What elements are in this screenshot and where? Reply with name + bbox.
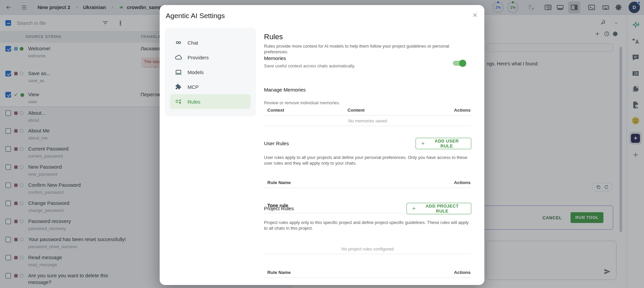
- memories-toggle[interactable]: [453, 61, 466, 66]
- memories-empty-state: No memories saved: [264, 116, 471, 126]
- nav-label: Rules: [187, 99, 200, 105]
- add-user-rule-button[interactable]: + ADD USER RULE: [416, 138, 471, 149]
- laptop-icon: [175, 68, 182, 76]
- memories-heading: Memories: [264, 55, 471, 61]
- project-rules-empty-state: No project rules configured: [264, 244, 471, 254]
- column-content: Content: [347, 108, 365, 113]
- memories-description: Save useful context across chats automat…: [264, 63, 471, 68]
- plus-icon: +: [421, 140, 425, 147]
- close-icon[interactable]: ×: [470, 10, 480, 20]
- user-rules-description: User rules apply to all your projects an…: [264, 155, 471, 166]
- nav-label: Providers: [187, 55, 209, 60]
- column-actions: Actions: [454, 270, 471, 275]
- cloud-icon: [175, 54, 182, 61]
- column-context: Context: [267, 108, 284, 113]
- modal-nav-item-providers[interactable]: Providers: [170, 50, 251, 65]
- toggle-knob: [459, 60, 466, 67]
- checklist-icon: [175, 98, 182, 105]
- rules-description: Rules provide more context for AI models…: [264, 43, 471, 55]
- puzzle-icon: [175, 83, 182, 91]
- column-rule-name: Rule Name: [267, 270, 291, 275]
- agentic-ai-settings-modal: Agentic AI Settings × ChatProvidersModel…: [160, 5, 484, 285]
- memories-table-header: Context Content Actions: [264, 106, 471, 116]
- user-rules-table-header: Rule Name Actions: [264, 179, 471, 188]
- modal-nav-item-mcp[interactable]: MCP: [170, 79, 251, 94]
- modal-sidebar: ChatProvidersModelsMCPRules: [165, 28, 256, 116]
- rules-heading: Rules: [264, 33, 471, 41]
- plus-icon: +: [412, 205, 416, 212]
- modal-title: Agentic AI Settings: [166, 12, 225, 20]
- column-actions: Actions: [454, 108, 471, 113]
- modal-nav-item-models[interactable]: Models: [170, 65, 251, 79]
- nav-label: MCP: [187, 84, 199, 90]
- column-actions: Actions: [454, 180, 471, 185]
- column-rule-name: Rule Name: [267, 180, 291, 185]
- rules-content: Rules Rules provide more context for AI …: [264, 5, 471, 285]
- nav-label: Chat: [187, 40, 198, 46]
- modal-nav-item-chat[interactable]: Chat: [170, 35, 251, 50]
- add-project-rule-button[interactable]: + ADD PROJECT RULE: [407, 203, 471, 214]
- nav-label: Models: [187, 69, 204, 75]
- project-rules-table-header: Rule Name Actions: [264, 269, 471, 278]
- project-rules-description: Project rules apply only to this specifi…: [264, 220, 471, 231]
- chat-loop-icon: [175, 39, 182, 46]
- manage-memories-heading: Manage Memories: [264, 87, 471, 93]
- manage-memories-description: Review or remove individual memories.: [264, 100, 471, 105]
- modal-nav-item-rules[interactable]: Rules: [170, 94, 251, 109]
